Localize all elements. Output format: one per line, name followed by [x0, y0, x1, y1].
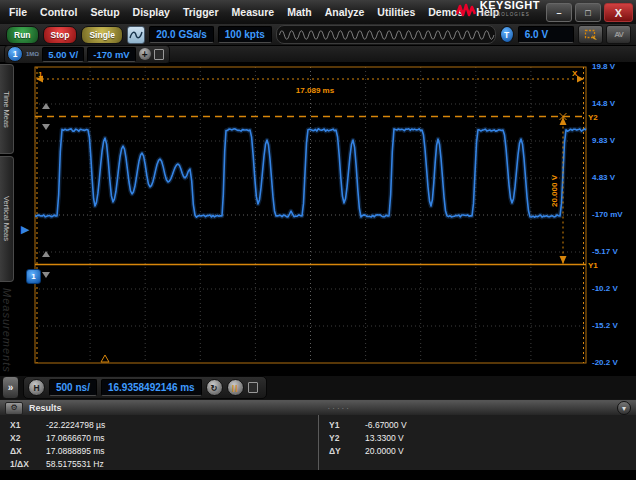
single-button[interactable]: Single: [81, 26, 123, 44]
result-value: -22.2224798 µs: [46, 420, 105, 430]
dy-down-arrow-icon: [560, 256, 567, 264]
result-value: 17.0666670 ms: [46, 433, 105, 443]
expand-panel-button[interactable]: »: [2, 376, 19, 399]
grid-number-label: 1: [38, 70, 43, 79]
sample-rate-box[interactable]: 20.0 GSa/s: [149, 26, 214, 43]
menu-item-setup[interactable]: Setup: [90, 6, 119, 18]
autoscale-icon[interactable]: [127, 26, 145, 44]
menu-item-math[interactable]: Math: [287, 6, 312, 18]
channel-ground-marker[interactable]: 1: [26, 269, 41, 284]
result-row: X1-22.2224798 µs: [0, 418, 318, 431]
acquisition-mode-icon[interactable]: ||: [227, 379, 244, 396]
keysight-spark-icon: [456, 3, 476, 18]
trigger-time-marker-icon[interactable]: [101, 355, 109, 362]
result-label: Y1: [329, 420, 365, 430]
channel-1-button[interactable]: 1: [7, 46, 23, 62]
drag-handle-icon[interactable]: ·····: [328, 404, 351, 413]
add-channel-button[interactable]: +: [139, 48, 151, 60]
measurements-watermark: Measurements: [1, 288, 13, 373]
y-axis-tick-label: -170 mV: [592, 210, 623, 219]
horizontal-position-strip[interactable]: [276, 25, 496, 44]
bottom-spacer: [0, 470, 636, 480]
channel-offset-box[interactable]: -170 mV: [87, 47, 135, 62]
result-label: X1: [10, 420, 46, 430]
pin-icon[interactable]: [154, 49, 164, 60]
dy-annotation: 20.000 V: [550, 174, 559, 207]
timebase-group: H 500 ns/ 16.9358492146 ms ↻ ||: [23, 376, 267, 399]
result-value: 20.0000 V: [365, 446, 404, 456]
collapse-chevron-icon[interactable]: ▾: [617, 401, 631, 415]
run-button[interactable]: Run: [6, 26, 39, 44]
results-panel: ⚙ Results ····· ▾ X1-22.2224798 µsX217.0…: [0, 400, 636, 471]
stop-button[interactable]: Stop: [43, 26, 78, 44]
trigger-icon[interactable]: T: [500, 26, 514, 43]
cursor-x-results: X1-22.2224798 µsX217.0666670 msΔX17.0888…: [0, 415, 318, 470]
gear-icon[interactable]: ⚙: [5, 402, 23, 415]
menu-item-measure[interactable]: Measure: [232, 6, 275, 18]
result-row: Y213.3300 V: [319, 431, 636, 444]
horizontal-toolbar: » H 500 ns/ 16.9358492146 ms ↻ ||: [0, 376, 636, 399]
result-label: ΔX: [10, 446, 46, 456]
zoom-reset-icon[interactable]: ↻: [206, 379, 223, 396]
channel-1-group: 1 1MΩ 5.00 V/ -170 mV +: [4, 45, 170, 64]
y-axis-tick-label: 14.8 V: [592, 99, 615, 108]
timebase-position-box[interactable]: 16.9358492146 ms: [101, 379, 202, 396]
brand-name: KEYSIGHT: [480, 1, 540, 10]
tab-time-meas[interactable]: Time Meas: [0, 64, 14, 154]
menu-item-utilities[interactable]: Utilities: [377, 6, 415, 18]
y-axis-tick-label: 4.83 V: [592, 173, 615, 182]
menu-bar: FileControlSetupDisplayTriggerMeasureMat…: [0, 0, 636, 25]
dx-right-arrow-icon: [577, 76, 584, 83]
close-button[interactable]: X: [604, 3, 633, 22]
y-axis-tick-label: -5.17 V: [592, 247, 618, 256]
docking-icon[interactable]: [248, 382, 258, 393]
cursor-y-results: Y1-6.67000 VY213.3300 VΔY20.0000 V: [318, 415, 636, 470]
trigger-level-box[interactable]: 6.0 V: [518, 26, 574, 43]
result-row: ΔY20.0000 V: [319, 444, 636, 457]
waveform-overview-icon: [279, 30, 494, 39]
zoom-select-icon[interactable]: [578, 25, 603, 44]
result-label: X2: [10, 433, 46, 443]
result-row: 1/ΔX58.5175531 Hz: [0, 457, 318, 470]
y-axis-tick-label: 19.8 V: [592, 62, 615, 71]
result-value: 13.3300 V: [365, 433, 404, 443]
y-axis-tick-label: -20.2 V: [592, 358, 618, 367]
results-header[interactable]: ⚙ Results ····· ▾: [0, 401, 636, 415]
display-area: Time Meas Vertical Meas Measurements 17.…: [0, 63, 636, 376]
graticule: [35, 67, 586, 363]
result-label: ΔY: [329, 446, 365, 456]
timebase-scale-box[interactable]: 500 ns/: [49, 379, 97, 396]
brand-subtitle: TECHNOLOGIES: [480, 10, 540, 19]
result-value: 17.0888895 ms: [46, 446, 105, 456]
horizontal-icon[interactable]: H: [28, 379, 45, 396]
dy-up-arrow-icon: [560, 117, 567, 125]
result-row: ΔX17.0888895 ms: [0, 444, 318, 457]
result-value: -6.67000 V: [365, 420, 407, 430]
waveform-plot[interactable]: 17.089 ms 1 X Y2 Y1 20.000 V: [30, 63, 636, 376]
trigger-level-marker-icon[interactable]: ▶: [21, 224, 29, 235]
maximize-button[interactable]: □: [575, 3, 601, 22]
y-axis-tick-label: -10.2 V: [592, 284, 618, 293]
channel-toolbar: 1 1MΩ 5.00 V/ -170 mV +: [0, 46, 636, 63]
result-row: X217.0666670 ms: [0, 431, 318, 444]
memory-depth-box[interactable]: 100 kpts: [218, 26, 272, 43]
menu-item-control[interactable]: Control: [40, 6, 77, 18]
channel-scale-box[interactable]: 5.00 V/: [42, 47, 84, 62]
waveform-tools-icon[interactable]: AV: [606, 25, 631, 44]
result-value: 58.5175531 Hz: [46, 459, 104, 469]
menu-item-analyze[interactable]: Analyze: [325, 6, 365, 18]
menu-item-trigger[interactable]: Trigger: [183, 6, 219, 18]
dx-annotation: 17.089 ms: [296, 86, 335, 95]
oscilloscope-app-window: FileControlSetupDisplayTriggerMeasureMat…: [0, 0, 636, 480]
menu-item-display[interactable]: Display: [133, 6, 170, 18]
y1-handle-down-icon[interactable]: [42, 272, 50, 278]
result-row: Y1-6.67000 V: [319, 418, 636, 431]
result-label: Y2: [329, 433, 365, 443]
tab-vertical-meas[interactable]: Vertical Meas: [0, 156, 14, 282]
y-axis-tick-label: 9.83 V: [592, 136, 615, 145]
acquisition-toolbar: Run Stop Single 20.0 GSa/s 100 kpts T 6.…: [0, 24, 636, 46]
minimize-button[interactable]: –: [546, 3, 572, 22]
menu-item-file[interactable]: File: [9, 6, 27, 18]
y2-handle-down-icon[interactable]: [42, 124, 50, 130]
result-label: 1/ΔX: [10, 459, 46, 469]
